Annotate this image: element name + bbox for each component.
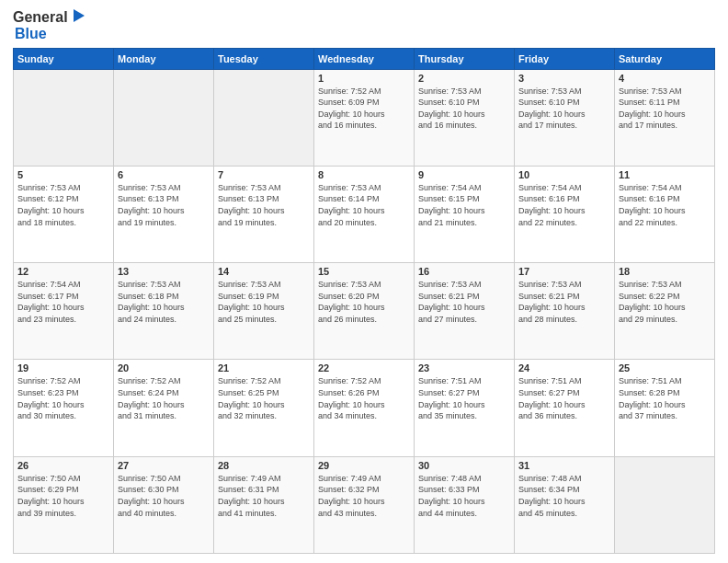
day-info: Sunrise: 7:52 AM Sunset: 6:09 PM Dayligh… (318, 86, 410, 132)
day-cell (214, 69, 314, 166)
week-row-2: 5Sunrise: 7:53 AM Sunset: 6:12 PM Daylig… (14, 166, 715, 262)
day-info: Sunrise: 7:49 AM Sunset: 6:31 PM Dayligh… (218, 473, 310, 519)
day-info: Sunrise: 7:53 AM Sunset: 6:21 PM Dayligh… (418, 279, 510, 325)
calendar-body: 1Sunrise: 7:52 AM Sunset: 6:09 PM Daylig… (14, 69, 715, 553)
day-number: 28 (218, 460, 310, 471)
week-row-5: 26Sunrise: 7:50 AM Sunset: 6:29 PM Dayli… (14, 456, 715, 553)
day-number: 10 (518, 169, 610, 180)
day-cell: 29Sunrise: 7:49 AM Sunset: 6:32 PM Dayli… (314, 456, 415, 553)
day-number: 9 (418, 169, 510, 180)
day-info: Sunrise: 7:54 AM Sunset: 6:16 PM Dayligh… (518, 182, 610, 228)
day-cell: 4Sunrise: 7:53 AM Sunset: 6:11 PM Daylig… (615, 69, 715, 166)
day-info: Sunrise: 7:54 AM Sunset: 6:15 PM Dayligh… (418, 182, 510, 228)
day-info: Sunrise: 7:53 AM Sunset: 6:11 PM Dayligh… (619, 86, 711, 132)
day-number: 23 (418, 362, 510, 373)
day-info: Sunrise: 7:51 AM Sunset: 6:27 PM Dayligh… (518, 375, 610, 421)
day-info: Sunrise: 7:53 AM Sunset: 6:18 PM Dayligh… (118, 279, 210, 325)
day-cell: 22Sunrise: 7:52 AM Sunset: 6:26 PM Dayli… (314, 360, 415, 456)
day-info: Sunrise: 7:53 AM Sunset: 6:10 PM Dayligh… (418, 86, 510, 132)
day-info: Sunrise: 7:53 AM Sunset: 6:13 PM Dayligh… (218, 182, 310, 228)
weekday-header-sunday: Sunday (14, 48, 114, 69)
day-cell: 20Sunrise: 7:52 AM Sunset: 6:24 PM Dayli… (114, 360, 214, 456)
day-number: 30 (418, 460, 510, 471)
day-cell: 18Sunrise: 7:53 AM Sunset: 6:22 PM Dayli… (615, 263, 715, 360)
logo: GeneralBlue (13, 9, 85, 42)
day-info: Sunrise: 7:52 AM Sunset: 6:23 PM Dayligh… (17, 375, 109, 421)
day-number: 29 (318, 460, 410, 471)
day-cell: 1Sunrise: 7:52 AM Sunset: 6:09 PM Daylig… (314, 69, 415, 166)
day-cell: 8Sunrise: 7:53 AM Sunset: 6:14 PM Daylig… (314, 166, 415, 262)
day-cell: 12Sunrise: 7:54 AM Sunset: 6:17 PM Dayli… (14, 263, 114, 360)
week-row-1: 1Sunrise: 7:52 AM Sunset: 6:09 PM Daylig… (14, 69, 715, 166)
page: GeneralBlue SundayMondayTuesdayWednesday… (0, 0, 728, 563)
day-cell (114, 69, 214, 166)
calendar-table: SundayMondayTuesdayWednesdayThursdayFrid… (13, 48, 715, 554)
weekday-header-thursday: Thursday (415, 48, 515, 69)
day-info: Sunrise: 7:51 AM Sunset: 6:28 PM Dayligh… (619, 375, 711, 421)
day-info: Sunrise: 7:53 AM Sunset: 6:20 PM Dayligh… (318, 279, 410, 325)
day-cell: 13Sunrise: 7:53 AM Sunset: 6:18 PM Dayli… (114, 263, 214, 360)
day-cell: 31Sunrise: 7:48 AM Sunset: 6:34 PM Dayli… (515, 456, 615, 553)
day-number: 22 (318, 362, 410, 373)
day-cell: 11Sunrise: 7:54 AM Sunset: 6:16 PM Dayli… (615, 166, 715, 262)
day-cell: 15Sunrise: 7:53 AM Sunset: 6:20 PM Dayli… (314, 263, 415, 360)
day-number: 19 (17, 362, 109, 373)
day-cell: 21Sunrise: 7:52 AM Sunset: 6:25 PM Dayli… (214, 360, 314, 456)
day-number: 5 (17, 169, 109, 180)
day-number: 25 (619, 362, 711, 373)
day-cell: 14Sunrise: 7:53 AM Sunset: 6:19 PM Dayli… (214, 263, 314, 360)
weekday-header-wednesday: Wednesday (314, 48, 415, 69)
day-info: Sunrise: 7:54 AM Sunset: 6:16 PM Dayligh… (619, 182, 711, 228)
day-number: 13 (118, 266, 210, 277)
day-info: Sunrise: 7:52 AM Sunset: 6:26 PM Dayligh… (318, 375, 410, 421)
day-info: Sunrise: 7:50 AM Sunset: 6:30 PM Dayligh… (118, 473, 210, 519)
day-info: Sunrise: 7:53 AM Sunset: 6:22 PM Dayligh… (619, 279, 711, 325)
day-number: 2 (418, 73, 510, 84)
weekday-header-friday: Friday (515, 48, 615, 69)
day-number: 4 (619, 73, 711, 84)
calendar-header: SundayMondayTuesdayWednesdayThursdayFrid… (14, 48, 715, 69)
day-cell: 5Sunrise: 7:53 AM Sunset: 6:12 PM Daylig… (14, 166, 114, 262)
day-info: Sunrise: 7:49 AM Sunset: 6:32 PM Dayligh… (318, 473, 410, 519)
day-number: 26 (17, 460, 109, 471)
weekday-header-row: SundayMondayTuesdayWednesdayThursdayFrid… (14, 48, 715, 69)
day-number: 24 (518, 362, 610, 373)
day-info: Sunrise: 7:52 AM Sunset: 6:25 PM Dayligh… (218, 375, 310, 421)
day-cell: 25Sunrise: 7:51 AM Sunset: 6:28 PM Dayli… (615, 360, 715, 456)
day-cell: 6Sunrise: 7:53 AM Sunset: 6:13 PM Daylig… (114, 166, 214, 262)
day-cell: 3Sunrise: 7:53 AM Sunset: 6:10 PM Daylig… (515, 69, 615, 166)
day-cell: 9Sunrise: 7:54 AM Sunset: 6:15 PM Daylig… (415, 166, 515, 262)
day-cell (14, 69, 114, 166)
day-info: Sunrise: 7:50 AM Sunset: 6:29 PM Dayligh… (17, 473, 109, 519)
week-row-4: 19Sunrise: 7:52 AM Sunset: 6:23 PM Dayli… (14, 360, 715, 456)
day-number: 15 (318, 266, 410, 277)
day-cell (615, 456, 715, 553)
day-number: 27 (118, 460, 210, 471)
day-number: 18 (619, 266, 711, 277)
day-cell: 28Sunrise: 7:49 AM Sunset: 6:31 PM Dayli… (214, 456, 314, 553)
day-cell: 7Sunrise: 7:53 AM Sunset: 6:13 PM Daylig… (214, 166, 314, 262)
day-number: 11 (619, 169, 711, 180)
day-cell: 26Sunrise: 7:50 AM Sunset: 6:29 PM Dayli… (14, 456, 114, 553)
day-info: Sunrise: 7:53 AM Sunset: 6:10 PM Dayligh… (518, 86, 610, 132)
day-info: Sunrise: 7:53 AM Sunset: 6:21 PM Dayligh… (518, 279, 610, 325)
day-info: Sunrise: 7:51 AM Sunset: 6:27 PM Dayligh… (418, 375, 510, 421)
day-cell: 19Sunrise: 7:52 AM Sunset: 6:23 PM Dayli… (14, 360, 114, 456)
day-number: 3 (518, 73, 610, 84)
day-number: 16 (418, 266, 510, 277)
day-number: 6 (118, 169, 210, 180)
day-cell: 16Sunrise: 7:53 AM Sunset: 6:21 PM Dayli… (415, 263, 515, 360)
day-info: Sunrise: 7:54 AM Sunset: 6:17 PM Dayligh… (17, 279, 109, 325)
day-cell: 30Sunrise: 7:48 AM Sunset: 6:33 PM Dayli… (415, 456, 515, 553)
day-number: 7 (218, 169, 310, 180)
header: GeneralBlue (13, 9, 715, 42)
day-info: Sunrise: 7:53 AM Sunset: 6:19 PM Dayligh… (218, 279, 310, 325)
weekday-header-tuesday: Tuesday (214, 48, 314, 69)
day-number: 8 (318, 169, 410, 180)
day-info: Sunrise: 7:53 AM Sunset: 6:12 PM Dayligh… (17, 182, 109, 228)
day-info: Sunrise: 7:52 AM Sunset: 6:24 PM Dayligh… (118, 375, 210, 421)
weekday-header-monday: Monday (114, 48, 214, 69)
day-cell: 10Sunrise: 7:54 AM Sunset: 6:16 PM Dayli… (515, 166, 615, 262)
day-info: Sunrise: 7:48 AM Sunset: 6:33 PM Dayligh… (418, 473, 510, 519)
day-cell: 24Sunrise: 7:51 AM Sunset: 6:27 PM Dayli… (515, 360, 615, 456)
